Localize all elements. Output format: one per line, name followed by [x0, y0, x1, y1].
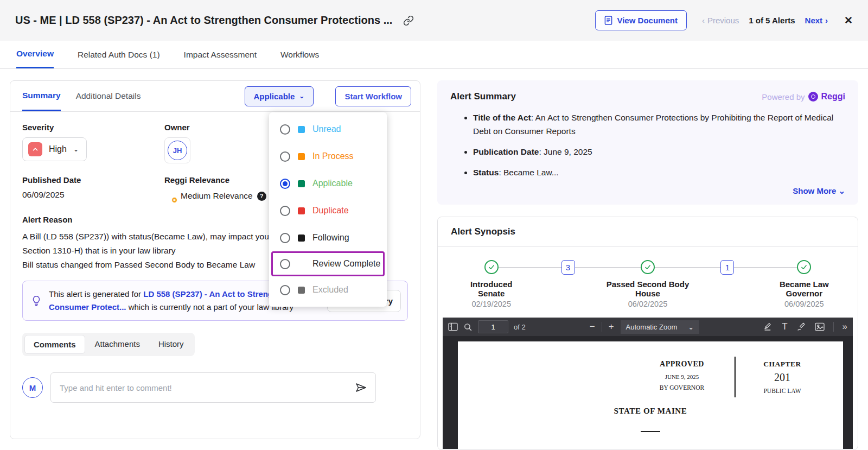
- tab-related-auth-docs[interactable]: Related Auth Docs (1): [78, 41, 160, 68]
- send-comment-icon[interactable]: [354, 381, 367, 394]
- status-option-label: Unread: [312, 124, 341, 134]
- status-dropdown-button[interactable]: Applicable ⌄: [245, 86, 314, 106]
- status-option-in-process[interactable]: In Process: [269, 143, 387, 170]
- status-option-label: Review Complete: [312, 259, 380, 269]
- check-circle-icon: [641, 260, 655, 274]
- status-color-square: [298, 153, 305, 160]
- add-image-icon[interactable]: [815, 322, 825, 331]
- tab-attachments[interactable]: Attachments: [86, 335, 149, 354]
- status-color-square: [298, 180, 305, 187]
- bullet-label: Status: [473, 168, 499, 177]
- status-button-label: Applicable: [254, 92, 295, 101]
- radio-unselected-icon: [280, 233, 290, 243]
- radio-selected-icon: [280, 179, 290, 189]
- status-option-unread[interactable]: Unread: [269, 116, 387, 143]
- intermediate-steps-count[interactable]: 1: [720, 260, 734, 275]
- status-option-following[interactable]: Following: [269, 224, 387, 251]
- intermediate-steps-count[interactable]: 3: [561, 260, 575, 275]
- zoom-level-select[interactable]: Automatic Zoom ⌄: [621, 320, 700, 334]
- zoom-in-icon[interactable]: +: [609, 321, 614, 332]
- status-option-label: Duplicate: [312, 206, 349, 216]
- chevron-down-icon: ⌄: [838, 186, 845, 195]
- timeline-step-became-law: Became Law Governor 06/09/2025: [766, 260, 843, 308]
- alert-summary-card: Alert Summary Powered by Reggi Title of …: [437, 80, 858, 205]
- status-option-review-complete[interactable]: Review Complete: [271, 251, 385, 276]
- copy-link-icon[interactable]: [403, 15, 414, 26]
- chevron-down-icon: ⌄: [299, 92, 304, 100]
- search-icon[interactable]: [463, 322, 473, 332]
- timeline-step-count: 3: [529, 260, 606, 308]
- highlighter-icon[interactable]: [763, 322, 773, 332]
- severity-dropdown[interactable]: High ⌄: [22, 137, 87, 161]
- tab-summary[interactable]: Summary: [22, 81, 61, 111]
- radio-unselected-icon: [280, 206, 290, 216]
- chapter-label: CHAPTER: [743, 360, 821, 369]
- show-more-button[interactable]: Show More ⌄: [450, 186, 845, 196]
- sidebar-toggle-icon[interactable]: [448, 322, 458, 331]
- reggi-logo-icon: [808, 92, 818, 102]
- chevron-left-icon: ‹: [702, 16, 705, 25]
- status-option-applicable[interactable]: Applicable: [269, 170, 387, 197]
- next-alert-button[interactable]: Next ›: [805, 16, 828, 25]
- reggi-brand-label: Reggi: [821, 92, 845, 102]
- current-user-avatar: M: [22, 377, 43, 398]
- tab-overview[interactable]: Overview: [16, 41, 54, 68]
- published-date-field: Published Date 06/09/2025: [22, 175, 164, 202]
- owner-selector[interactable]: JH: [164, 137, 190, 163]
- zoom-out-icon[interactable]: −: [590, 321, 595, 332]
- step-subtitle: Governor: [786, 289, 823, 298]
- alert-synopsis-title: Alert Synopsis: [438, 217, 858, 247]
- status-option-label: Excluded: [312, 285, 348, 295]
- page-number-input[interactable]: [478, 320, 508, 333]
- tab-additional-details[interactable]: Additional Details: [76, 81, 141, 111]
- alert-detail-modal: US - ME | LD 558 (SP237) - An Act to Str…: [0, 0, 868, 450]
- previous-alert-button[interactable]: ‹ Previous: [702, 16, 739, 25]
- status-color-square-empty: [298, 261, 305, 268]
- status-color-square: [298, 234, 305, 242]
- status-option-duplicate[interactable]: Duplicate: [269, 197, 387, 224]
- previous-label: Previous: [707, 16, 739, 25]
- pdf-page-1: APPROVED JUNE 9, 2025 BY GOVERNOR CHAPTE…: [458, 341, 843, 449]
- status-color-square: [298, 207, 305, 214]
- step-subtitle: House: [635, 289, 660, 298]
- tab-comments[interactable]: Comments: [24, 335, 85, 354]
- reggi-relevance-icon: =: [164, 190, 176, 202]
- view-document-button[interactable]: View Document: [595, 10, 686, 30]
- pdf-toolbar: of 2 − + Automatic Zoom ⌄ T: [443, 318, 853, 336]
- status-option-excluded[interactable]: Excluded: [269, 276, 387, 303]
- state-of-maine-title: STATE OF MAINE: [458, 407, 843, 416]
- tab-history[interactable]: History: [150, 335, 193, 354]
- more-tools-icon[interactable]: »: [843, 321, 847, 332]
- tab-workflows[interactable]: Workflows: [280, 41, 319, 68]
- alert-synopsis-card: Alert Synopsis Introduced Senate 02/19/2…: [437, 217, 858, 450]
- close-icon[interactable]: ✕: [844, 14, 853, 27]
- bullet-label: Publication Date: [473, 147, 539, 156]
- info-suffix: which is currently not a part of your la…: [126, 302, 293, 312]
- step-subtitle: Senate: [478, 289, 505, 298]
- pdf-canvas[interactable]: APPROVED JUNE 9, 2025 BY GOVERNOR CHAPTE…: [443, 336, 853, 449]
- relevance-value: Medium Relevance: [181, 191, 253, 201]
- help-question-icon[interactable]: ?: [257, 192, 266, 201]
- status-option-label: In Process: [312, 151, 354, 161]
- zoom-level-label: Automatic Zoom: [626, 323, 678, 331]
- free-text-icon[interactable]: T: [782, 321, 787, 332]
- show-more-label: Show More: [793, 186, 836, 195]
- main-tab-bar: Overview Related Auth Docs (1) Impact As…: [0, 41, 868, 69]
- tab-impact-assessment[interactable]: Impact Assessment: [184, 41, 257, 68]
- summary-bullet: Status: Became Law...: [473, 166, 845, 179]
- step-title: Became Law: [780, 280, 829, 289]
- draw-ink-icon[interactable]: [796, 322, 806, 332]
- alert-summary-bullets: Title of the Act: An Act to Strengthen C…: [473, 111, 845, 179]
- page-title: US - ME | LD 558 (SP237) - An Act to Str…: [15, 14, 392, 27]
- radio-unselected-icon: [280, 124, 290, 135]
- toolbar-divider: [833, 322, 834, 332]
- check-circle-icon: [797, 260, 811, 274]
- radio-unselected-icon: [280, 285, 290, 295]
- owner-avatar: JH: [168, 141, 187, 160]
- toolbar-divider: [602, 322, 602, 332]
- step-date: 06/09/2025: [784, 300, 824, 308]
- timeline-step-passed-second-body: Passed Second Body House 06/02/2025: [607, 260, 690, 308]
- start-workflow-button[interactable]: Start Workflow: [335, 86, 411, 106]
- comment-input[interactable]: [50, 372, 376, 403]
- summary-bullet: Title of the Act: An Act to Strengthen C…: [473, 111, 845, 138]
